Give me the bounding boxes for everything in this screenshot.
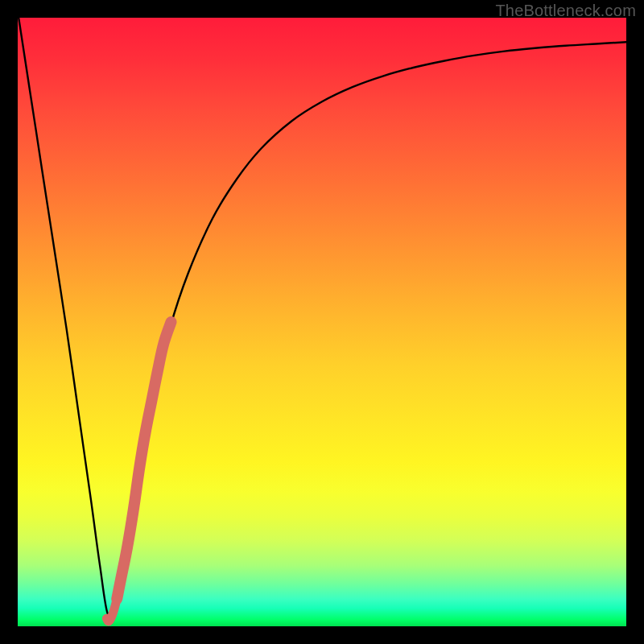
bottleneck-curve [18,18,626,617]
plot-area [18,18,626,626]
highlight-segment [117,322,171,599]
highlight-hook [106,599,117,621]
curve-layer [18,18,626,626]
attribution-text: TheBottleneck.com [495,2,636,20]
stage: TheBottleneck.com [0,0,644,644]
